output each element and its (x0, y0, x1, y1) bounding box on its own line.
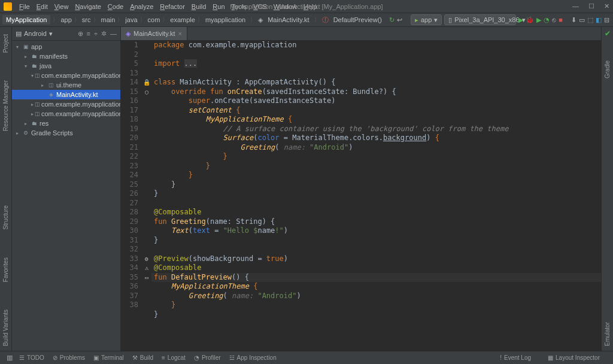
tree-node[interactable]: ▸🖿manifests (12, 51, 120, 61)
tree-node[interactable]: ▸⚙Gradle Scripts (12, 128, 120, 138)
menu-build[interactable]: Build (192, 3, 206, 10)
bottom-event-log[interactable]: !Event Log (500, 354, 531, 361)
tab-project[interactable]: Project (1, 29, 10, 57)
breadcrumb-segment[interactable]: main (99, 16, 118, 23)
breadcrumb-symbol[interactable]: DefaultPreview() (331, 16, 384, 23)
tree-node[interactable]: ▸◫com.example.myapplication(and (12, 99, 120, 109)
git-update-icon[interactable]: ⬇ (571, 15, 576, 25)
menu-navigate[interactable]: Navigate (75, 3, 101, 10)
breadcrumb-file[interactable]: MainActivity.kt (265, 16, 311, 23)
menu-code[interactable]: Code (108, 3, 123, 10)
app-logo-icon (4, 2, 12, 11)
bottom-layout-inspector[interactable]: ▦Layout Inspector (548, 354, 600, 361)
sdk-icon[interactable]: ⬚ (587, 15, 593, 25)
tree-node[interactable]: ▸◫ui.theme (12, 80, 120, 90)
menu-run[interactable]: Run (213, 3, 224, 10)
menu-refactor[interactable]: Refactor (160, 3, 185, 10)
tab-emulator[interactable]: Emulator (603, 317, 612, 351)
minimize-icon[interactable]: — (572, 2, 579, 10)
tree-node[interactable]: ▾▣app (12, 42, 120, 51)
menu-analyze[interactable]: Analyze (130, 3, 153, 10)
back-icon[interactable]: ↩ (397, 15, 402, 25)
sort-icon[interactable]: ≡ (87, 30, 90, 38)
menu-file[interactable]: File (19, 3, 30, 10)
gear-icon[interactable]: ✲ (101, 30, 107, 38)
maximize-icon[interactable]: ☐ (588, 2, 594, 10)
hide-icon[interactable]: — (110, 30, 117, 38)
window-title: My Application - MainActivity.kt [My_App… (230, 3, 383, 10)
window-controls[interactable]: — ☐ ✕ (572, 2, 609, 10)
tool-window-icon[interactable]: ▥ (5, 353, 14, 363)
tab-structure[interactable]: Structure (1, 201, 10, 235)
bottom-tool-strip[interactable]: ▥ ☰TODO⊘Problems▣Terminal⚒Build≡Logcat◔P… (0, 351, 613, 364)
attach-icon[interactable]: ⎋ (552, 15, 556, 25)
breadcrumb-segment[interactable]: app (58, 16, 74, 23)
breadcrumb-segment[interactable]: example (168, 16, 198, 23)
kotlin-file-icon: ◈ (258, 15, 263, 25)
tab-favorites[interactable]: Favorites (1, 253, 10, 287)
view-mode-dropdown[interactable]: ▤ Android ▾ (16, 30, 53, 38)
avd-icon[interactable]: ▭ (579, 15, 585, 25)
inspection-ok-icon[interactable]: ✔ (605, 29, 611, 38)
breadcrumb-path[interactable]: 〉app〉src〉main〉java〉com〉example〉myapplica… (53, 16, 248, 24)
left-tool-strip[interactable]: Project Resource Manager Structure Favor… (0, 27, 12, 351)
device-dropdown[interactable]: ▯Pixel_3a_API_30_x86▾ (444, 14, 516, 25)
editor-tab[interactable]: ◈ MainActivity.kt × (121, 27, 187, 40)
bottom-profiler[interactable]: ◔Profiler (194, 354, 221, 361)
menu-view[interactable]: View (54, 3, 69, 10)
db-icon[interactable]: ⊟ (604, 15, 609, 25)
bottom-todo[interactable]: ☰TODO (19, 354, 44, 361)
bottom-app-inspection[interactable]: ☳App Inspection (229, 354, 277, 361)
editor-area: ◈ MainActivity.kt × 12513141516171819202… (121, 27, 601, 351)
editor-tabstrip[interactable]: ◈ MainActivity.kt × (121, 27, 601, 41)
menu-edit[interactable]: Edit (37, 3, 48, 10)
bottom-problems[interactable]: ⊘Problems (53, 354, 85, 361)
breadcrumb-root[interactable]: MyApplication (2, 15, 50, 25)
target-icon[interactable]: ⊕ (78, 30, 83, 38)
function-icon: ⓕ (322, 15, 329, 25)
editor-tab-label: MainActivity.kt (133, 30, 175, 37)
close-tab-icon[interactable]: × (178, 30, 181, 37)
profile-icon[interactable]: ◔ (544, 15, 550, 25)
run-icon[interactable]: ▶ (518, 15, 523, 25)
project-panel-header: ▤ Android ▾ ⊕ ≡ ÷ ✲ — (12, 27, 120, 41)
bottom-build[interactable]: ⚒Build (132, 354, 153, 361)
right-tool-strip[interactable]: ✔ Gradle Emulator (601, 27, 613, 351)
tree-node[interactable]: ▾🖿java (12, 61, 120, 71)
tab-gradle[interactable]: Gradle (603, 56, 612, 83)
project-tree[interactable]: ▾▣app▸🖿manifests▾🖿java▾◫com.example.myap… (12, 41, 120, 351)
stop-icon[interactable]: ■ (559, 15, 563, 25)
breadcrumb-segment[interactable]: java (123, 16, 139, 23)
kotlin-file-icon: ◈ (126, 30, 131, 38)
tree-node[interactable]: ▸◫com.example.myapplication(test (12, 109, 120, 119)
project-panel: ▤ Android ▾ ⊕ ≡ ÷ ✲ — ▾▣app▸🖿manifests▾🖿… (12, 27, 121, 351)
debug-icon[interactable]: 🐞 (526, 15, 534, 25)
navigation-bar: MyApplication 〉app〉src〉main〉java〉com〉exa… (0, 13, 613, 27)
breadcrumb-segment[interactable]: com (145, 16, 163, 23)
code-editor[interactable]: 1251314151617181920212223242526272829303… (121, 41, 601, 351)
bottom-logcat[interactable]: ≡Logcat (162, 354, 186, 361)
collapse-icon[interactable]: ÷ (94, 30, 98, 38)
resource-icon[interactable]: ◧ (596, 15, 602, 25)
breadcrumb-segment[interactable]: src (80, 16, 93, 23)
sync-icon[interactable]: ↻ (389, 15, 394, 25)
main-area: Project Resource Manager Structure Favor… (0, 27, 613, 351)
tree-node[interactable]: ▾◫com.example.myapplication (12, 71, 120, 80)
title-bar: FileEditViewNavigateCodeAnalyzeRefactorB… (0, 0, 613, 13)
bottom-terminal[interactable]: ▣Terminal (93, 354, 124, 361)
tab-build-variants[interactable]: Build Variants (1, 305, 10, 351)
breadcrumb-segment[interactable]: myapplication (203, 16, 248, 23)
tree-node[interactable]: ▸🖿res (12, 119, 120, 128)
tree-node[interactable]: ◈MainActivity.kt (12, 90, 120, 99)
coverage-icon[interactable]: ▶ (536, 15, 541, 25)
run-config-dropdown[interactable]: ▸app▾ (411, 14, 442, 25)
tab-resource-manager[interactable]: Resource Manager (1, 75, 10, 136)
close-icon[interactable]: ✕ (604, 2, 609, 10)
